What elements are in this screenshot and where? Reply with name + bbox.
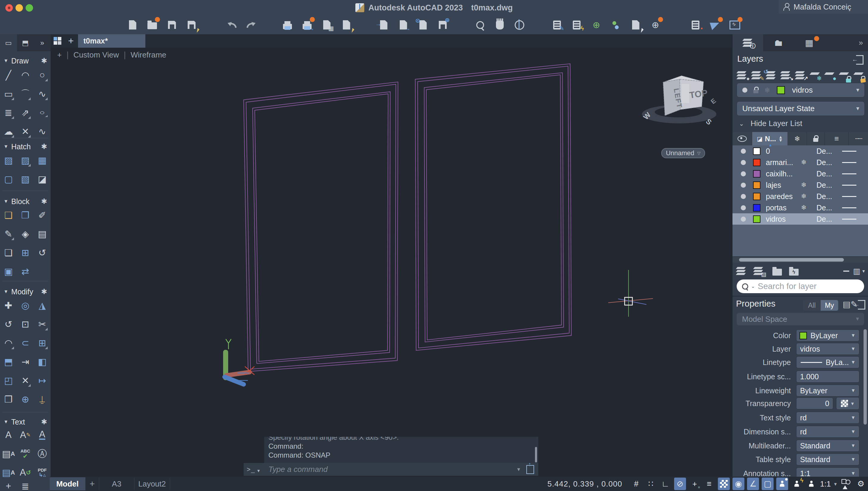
ortho-toggle-icon[interactable]: ∟ [659, 478, 671, 490]
layer-color-swatch[interactable] [753, 147, 760, 155]
remove-icon[interactable] [840, 265, 853, 277]
layer-list-hscrollbar[interactable] [732, 257, 868, 262]
point-tool[interactable]: ✕ [17, 124, 34, 139]
text-style-dropdown[interactable]: rd ▼ [796, 412, 859, 424]
text-match-tool[interactable]: A✎ [17, 428, 34, 442]
layout-grid-icon[interactable] [54, 37, 61, 45]
tab-modeling[interactable]: ⬒ [17, 34, 34, 51]
extrude-tool[interactable]: ⬒ [0, 354, 17, 369]
multileader-style-dropdown[interactable]: Standard ▼ [796, 440, 859, 452]
layer-linetype-preview[interactable] [842, 196, 857, 197]
orbit-icon[interactable] [513, 18, 526, 32]
linetype-dropdown[interactable]: ByLa... ▼ [796, 356, 859, 368]
section-settings-icon[interactable]: ✱ [41, 288, 47, 296]
named-view-dropdown[interactable]: Unnamed ▽ [661, 148, 705, 158]
layer-on-icon[interactable] [741, 171, 746, 176]
layer-lineweight[interactable]: De... [816, 215, 839, 224]
attach-reference-icon[interactable]: ⊙ [417, 18, 429, 32]
plot-icon[interactable] [281, 18, 293, 32]
geographic-location-icon[interactable]: ⊕ [590, 18, 602, 32]
align-tool[interactable]: ↦ [34, 373, 51, 388]
hide-layer-list-toggle[interactable]: ⌄ Hide Layer List [739, 119, 802, 128]
save-icon[interactable] [166, 18, 178, 32]
new-file-icon[interactable] [127, 18, 139, 32]
block-section-header[interactable]: ▼ Block ✱ [0, 196, 51, 207]
section-settings-icon[interactable]: ✱ [41, 197, 47, 206]
layer-make-current-icon[interactable]: ● [736, 69, 749, 81]
current-layer-dropdown[interactable]: ❄ vidros ▼ [737, 83, 865, 97]
add-tool-icon[interactable]: + [0, 479, 17, 491]
text-style-tool[interactable]: ▤A [0, 465, 17, 480]
export-icon[interactable]: → [397, 18, 409, 32]
palette-overflow-icon[interactable]: » [854, 34, 868, 51]
reference-manager-icon[interactable]: ▪ [690, 18, 701, 32]
lineweight-display-icon[interactable]: ≡ [703, 478, 715, 490]
column-visibility[interactable] [732, 132, 752, 145]
pan-icon[interactable] [494, 18, 506, 32]
section-settings-icon[interactable]: ✱ [41, 142, 47, 151]
isolate-objects-icon[interactable]: ▢ [762, 478, 774, 490]
arc-tool[interactable]: ⌒ [17, 86, 34, 101]
properties-scrollbar[interactable] [864, 329, 867, 425]
break-tool[interactable]: ✕ [17, 373, 34, 388]
layer-color-swatch[interactable] [753, 170, 760, 178]
fillet-tool[interactable]: ◠ [0, 336, 17, 350]
layer-on-icon[interactable] [741, 183, 746, 188]
open-file-icon[interactable] [146, 18, 158, 32]
create-block-tool[interactable]: ❐ [17, 208, 34, 223]
layer-lineweight[interactable]: De... [816, 158, 839, 167]
layer-linetype-preview[interactable] [842, 185, 857, 185]
layer-row[interactable]: caixilh... De... [732, 168, 868, 179]
measure-tool[interactable]: ⇗ [17, 105, 34, 120]
rectangle-tool[interactable]: ▭ [0, 86, 17, 101]
settings-gear-icon[interactable]: ⚙ [855, 478, 867, 490]
tab-layers[interactable]: ⓘ [732, 34, 763, 51]
tab-layout2[interactable]: Layout2 [134, 477, 170, 490]
layer-state-dropdown[interactable]: Unsaved Layer State ▼ [737, 101, 865, 116]
draw-section-header[interactable]: ▼ Draw ✱ [0, 55, 51, 66]
underline-text-tool[interactable]: A [34, 428, 51, 442]
layer-linetype-preview[interactable] [842, 219, 857, 220]
single-line-text-tool[interactable]: A [0, 428, 17, 442]
scale-tool[interactable]: ◧ [34, 354, 51, 369]
modify-section-header[interactable]: ▼ Modify ✱ [0, 286, 51, 297]
annotation-scale-dropdown[interactable]: 1:1 ▼ [796, 467, 859, 477]
transparency-input[interactable]: 0 [796, 398, 833, 409]
folder-flash-icon[interactable]: ϟ [787, 265, 800, 277]
insert-block-tool[interactable]: ❑ [0, 208, 17, 223]
multiline-text-tool[interactable]: ▤A [0, 446, 17, 461]
hatch-section-header[interactable]: ▼ Hatch ✱ [0, 141, 51, 152]
layer-lineweight[interactable]: De... [816, 147, 839, 155]
polyline-tool[interactable]: ◠ [17, 68, 34, 83]
panel-dock-icon[interactable] [858, 300, 865, 310]
layer-settings-icon[interactable]: ▤ [752, 265, 765, 277]
batch-plot-icon[interactable]: → [301, 18, 313, 32]
hatch-region-tool[interactable]: ▧ [17, 172, 34, 186]
open-folder-icon[interactable] [771, 265, 784, 277]
panel-dock-icon[interactable] [856, 55, 864, 65]
layer-on-icon[interactable] [741, 149, 746, 154]
command-scrollbar[interactable] [535, 447, 537, 462]
angle-snap-icon[interactable]: ∠ [747, 478, 759, 490]
command-history-toggle-icon[interactable]: ▼ [516, 467, 521, 472]
filter-all-button[interactable]: All [803, 300, 820, 311]
layer-row[interactable]: lajes ❄ De... [732, 179, 868, 191]
annotation-visibility-icon[interactable] [776, 478, 788, 490]
quick-select-icon[interactable]: ϟ [571, 18, 582, 32]
layer-search-input[interactable]: ⌄ Search for layer [737, 280, 864, 293]
gradient-tool[interactable]: ▦ [34, 153, 51, 168]
zoom-window-icon[interactable] [474, 18, 486, 32]
freeze-icon[interactable]: ❄ [801, 158, 810, 166]
boundary-tool[interactable]: ▢ [0, 172, 17, 186]
explode-tool[interactable]: ❐ [0, 392, 17, 407]
sweep-clean-tool[interactable]: ⍊ [34, 392, 51, 407]
spell-check-tool[interactable]: ABC✔ [17, 446, 34, 461]
layer-color-swatch[interactable] [753, 193, 760, 200]
sync-attributes-tool[interactable]: ↺ [34, 245, 51, 260]
new-layout-button[interactable]: + [86, 477, 99, 490]
edit-block-tool[interactable]: ✐ [34, 208, 51, 223]
column-name[interactable]: ◪ N... ▲▼ [752, 132, 788, 145]
define-block-tool[interactable]: ⊞ [17, 245, 34, 260]
annotation-scale-sync-icon[interactable] [805, 478, 817, 490]
viewport-style-control[interactable]: Wireframe [130, 50, 166, 60]
